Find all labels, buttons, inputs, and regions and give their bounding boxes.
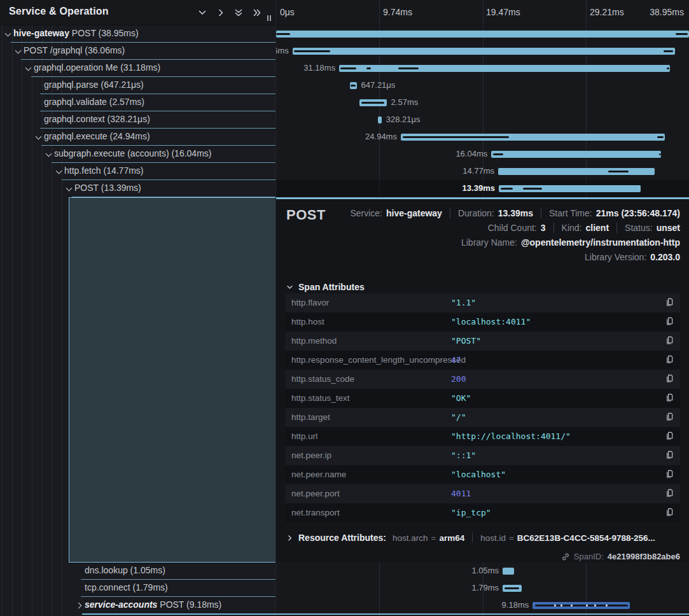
meta-label: Library Version: [585,252,646,262]
span-bar[interactable] [359,99,387,106]
span-tree-row[interactable]: graphql.execute (24.94ms) [0,129,276,146]
span-bar[interactable] [350,82,357,89]
expand-chevron-icon[interactable] [76,602,83,609]
timeline-tick: 0μs [280,7,295,17]
attribute-row: net.peer.name "localhost" [285,465,680,484]
span-duration-label: 13.39ms [463,183,495,193]
copy-icon[interactable] [664,412,675,423]
span-bar[interactable] [503,568,513,575]
expand-chevron-icon[interactable] [35,134,42,141]
span-tree-row[interactable]: http.fetch (14.77ms) [0,163,276,180]
span-tree-row[interactable]: tcp.connect (1.79ms) [0,580,276,597]
span-timeline-row[interactable]: 1.79ms [276,580,689,597]
copy-icon[interactable] [664,335,675,347]
span-operation-name: dns.lookup (1.05ms) [85,565,165,575]
meta-divider [450,208,450,218]
span-bar[interactable] [339,65,670,72]
timeline-tick: 29.21ms [590,7,624,17]
span-attributes-toggle[interactable]: Span Attributes [286,282,365,292]
span-tree-row[interactable]: POST /graphql (36.06ms) [0,43,276,60]
span-bar[interactable] [491,151,661,158]
span-timeline-row[interactable]: 31.18ms [276,60,689,77]
chevron-right-icon[interactable] [216,8,225,17]
span-service-name: hive-gateway [13,28,69,38]
span-tree-row[interactable]: subgraph.execute (accounts) (16.04ms) [0,146,276,163]
copy-icon[interactable] [664,297,675,309]
span-bar[interactable] [499,185,641,192]
meta-label: Duration: [458,208,494,218]
copy-icon[interactable] [664,469,675,480]
chevron-down-icon[interactable] [198,8,207,17]
span-tree-row[interactable]: graphql.validate (2.57ms) [0,94,276,111]
resource-divider [472,533,473,543]
span-timeline-row[interactable]: 2.57ms [276,94,689,111]
bar-event-dot [554,605,556,606]
span-timeline-row[interactable]: 13.39ms [276,180,689,197]
copy-icon[interactable] [664,450,675,461]
span-bar[interactable] [401,134,665,141]
bar-child-mark [403,136,509,138]
span-tree-row[interactable]: POST (13.39ms) [0,180,276,197]
resource-attributes-row[interactable]: Resource Attributes: host.arch=arm64host… [286,533,655,543]
resource-attributes-pairs: host.arch=arm64host.id=BC62E13B-C4CC-585… [393,533,655,543]
span-service-name: service-accounts [85,599,157,610]
resource-value: arm64 [439,533,464,543]
expand-chevron-icon[interactable] [25,65,32,72]
span-tree-row[interactable]: graphql.context (328.21μs) [0,111,276,129]
meta-value: 0.203.0 [650,252,680,262]
span-timeline-row[interactable]: 14.77ms [276,163,689,180]
span-tree-row[interactable]: graphql.parse (647.21μs) [0,77,276,94]
span-timeline-row[interactable]: 1.05ms [276,563,689,580]
bar-child-mark [493,153,504,155]
span-timeline-row[interactable]: 9.18ms [276,597,689,614]
span-bar[interactable] [276,31,689,38]
span-timeline-row[interactable]: 328.21μs [276,111,689,129]
link-icon[interactable] [561,552,570,561]
span-timeline-row[interactable]: 16.04ms [276,146,689,163]
span-label: graphql.execute (24.94ms) [44,131,150,141]
expand-chevron-icon[interactable] [15,48,22,55]
expand-chevron-icon[interactable] [55,168,62,175]
meta-divider [553,223,554,233]
double-chevron-right-icon[interactable] [253,8,261,17]
span-tree-row[interactable]: hive-gateway POST (38.95ms) [0,25,276,43]
copy-icon[interactable] [664,374,675,385]
span-tree-row[interactable]: graphql.operation Me (31.18ms) [0,60,276,77]
selected-span-detail-block [69,197,276,563]
expand-chevron-icon[interactable] [4,31,11,38]
bar-event-dot [586,605,588,606]
attribute-key: http.status_code [291,374,354,384]
meta-line: Library Version:0.203.0 [585,252,680,262]
span-bar[interactable] [293,48,675,55]
span-bar[interactable] [532,602,630,609]
span-bar[interactable] [498,168,655,175]
span-tree-row[interactable]: dns.lookup (1.05ms) [0,563,276,580]
span-tree-panel: hive-gateway POST (38.95ms) POST /graphq… [0,0,276,616]
expand-chevron-icon[interactable] [66,185,73,192]
bar-child-mark [340,67,356,69]
span-bar[interactable] [378,116,381,123]
attribute-key: http.response_content_length_uncompresse… [291,355,466,365]
expand-chevron-icon[interactable] [45,151,52,158]
span-bar[interactable] [503,585,522,592]
copy-icon[interactable] [664,393,675,404]
double-chevron-down-icon[interactable] [234,8,243,17]
copy-icon[interactable] [664,507,675,519]
copy-icon[interactable] [664,354,675,366]
resource-equals: = [509,533,514,543]
span-duration-label: 16.04ms [456,149,487,158]
span-tree-row[interactable]: service-accounts POST (9.18ms) [0,597,276,614]
copy-icon[interactable] [664,316,675,328]
copy-icon[interactable] [664,488,675,500]
panel-resize-grip[interactable] [267,15,271,21]
meta-value: unset [657,223,680,233]
span-timeline-row[interactable]: 647.21μs [276,77,689,94]
timeline-header: 0μs 9.74ms 19.47ms 29.21ms 38.95ms [276,0,689,25]
span-timeline-row[interactable]: 38.95ms [276,25,689,43]
bar-child-mark [276,33,290,35]
span-timeline-row[interactable]: 24.94ms [276,129,689,146]
meta-divider [616,223,617,233]
span-timeline-row[interactable]: 36.06ms [276,43,689,60]
meta-label: Status: [625,223,653,233]
copy-icon[interactable] [664,431,675,442]
